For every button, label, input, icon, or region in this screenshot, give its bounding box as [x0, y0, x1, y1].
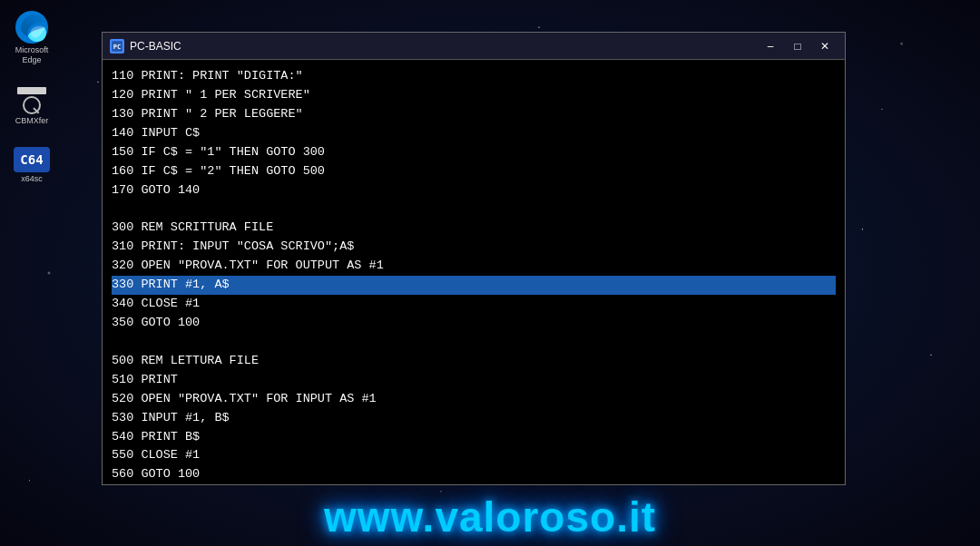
pc-basic-window: PC PC-BASIC – □ ✕ 110 PRINT: PRINT "DIGI… — [102, 32, 846, 485]
terminal-line-11: 330 PRINT #1, A$ — [112, 276, 836, 295]
terminal-line-13: 350 GOTO 100 — [112, 314, 836, 333]
c64-icon: C64 — [14, 147, 50, 172]
terminal-line-6: 170 GOTO 140 — [112, 181, 836, 200]
terminal-line-7 — [112, 200, 836, 219]
edge-icon — [15, 11, 48, 44]
svg-text:PC: PC — [113, 44, 121, 51]
terminal-line-12: 340 CLOSE #1 — [112, 295, 836, 314]
terminal-line-18: 530 INPUT #1, B$ — [112, 409, 836, 428]
terminal-line-14 — [112, 333, 836, 352]
watermark-bar: www.valoroso.it — [0, 487, 980, 546]
taskbar-item-cbmxfer[interactable]: CBMXfer — [12, 83, 53, 130]
window-controls: – □ ✕ — [758, 37, 838, 55]
edge-label: Microsoft Edge — [15, 45, 49, 65]
taskbar: Microsoft Edge CBMXfer C64 x64sc — [0, 0, 64, 546]
watermark-text: www.valoroso.it — [324, 492, 656, 541]
terminal-line-1: 120 PRINT " 1 PER SCRIVERE" — [112, 86, 836, 105]
taskbar-item-edge[interactable]: Microsoft Edge — [12, 7, 53, 69]
terminal-line-0: 110 PRINT: PRINT "DIGITA:" — [112, 67, 836, 86]
maximize-button[interactable]: □ — [785, 37, 810, 55]
terminal-line-8: 300 REM SCRITTURA FILE — [112, 219, 836, 238]
terminal-line-4: 150 IF C$ = "1" THEN GOTO 300 — [112, 143, 836, 162]
terminal-line-19: 540 PRINT B$ — [112, 428, 836, 447]
terminal-line-2: 130 PRINT " 2 PER LEGGERE" — [112, 105, 836, 124]
terminal-line-3: 140 INPUT C$ — [112, 124, 836, 143]
terminal-line-9: 310 PRINT: INPUT "COSA SCRIVO";A$ — [112, 238, 836, 257]
cbmxfer-label: CBMXfer — [15, 116, 49, 126]
terminal-content: 110 PRINT: PRINT "DIGITA:"120 PRINT " 1 … — [103, 60, 845, 484]
terminal-line-15: 500 REM LETTURA FILE — [112, 352, 836, 371]
terminal-line-5: 160 IF C$ = "2" THEN GOTO 500 — [112, 162, 836, 181]
close-button[interactable]: ✕ — [812, 37, 838, 55]
terminal-line-21: 560 GOTO 100 — [112, 465, 836, 484]
terminal-line-17: 520 OPEN "PROVA.TXT" FOR INPUT AS #1 — [112, 390, 836, 409]
x64sc-label: x64sc — [21, 174, 43, 184]
terminal-line-10: 320 OPEN "PROVA.TXT" FOR OUTPUT AS #1 — [112, 257, 836, 276]
window-title: PC-BASIC — [130, 40, 758, 53]
window-titlebar: PC PC-BASIC – □ ✕ — [103, 33, 845, 60]
taskbar-item-x64sc[interactable]: C64 x64sc — [10, 143, 54, 188]
terminal-line-16: 510 PRINT — [112, 371, 836, 390]
cbmxfer-icon — [17, 87, 46, 114]
terminal-line-20: 550 CLOSE #1 — [112, 446, 836, 465]
window-app-icon: PC — [110, 39, 124, 54]
minimize-button[interactable]: – — [758, 37, 783, 55]
